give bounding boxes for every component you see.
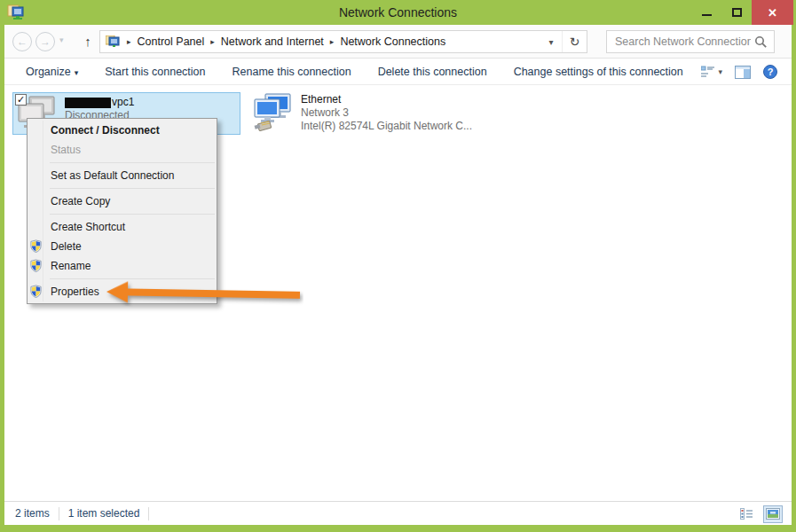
connection-network: Network 3 — [301, 106, 472, 120]
search-box — [606, 30, 775, 53]
change-settings-button[interactable]: Change settings of this connection — [514, 66, 683, 78]
breadcrumb-chevron-icon: ▸ — [324, 37, 341, 46]
titlebar: Network Connections ✕ — [0, 0, 796, 25]
change-view-button[interactable]: ▾ — [701, 66, 722, 78]
menu-item-rename[interactable]: Rename — [28, 256, 217, 276]
connection-name: Ethernet — [301, 93, 472, 106]
menu-separator — [50, 162, 215, 163]
rename-connection-button[interactable]: Rename this connection — [232, 66, 351, 78]
breadcrumb-network-connections[interactable]: Network Connections — [340, 35, 445, 48]
statusbar-divider — [59, 507, 59, 520]
delete-connection-button[interactable]: Delete this connection — [378, 66, 487, 78]
minimize-button[interactable] — [691, 0, 721, 25]
items-count: 2 items — [15, 507, 50, 520]
redacted-name-box — [65, 98, 111, 108]
chevron-down-icon: ▾ — [718, 67, 722, 76]
window-title: Network Connections — [0, 0, 796, 25]
address-bar[interactable]: ▸ Control Panel ▸ Network and Internet ▸… — [99, 30, 587, 53]
search-input[interactable] — [607, 31, 774, 52]
up-button[interactable]: ↑ — [79, 32, 97, 51]
annotation-arrow-icon — [105, 279, 303, 309]
menu-item-set-default[interactable]: Set as Default Connection — [28, 166, 217, 185]
menu-separator — [50, 188, 215, 189]
statusbar-divider — [148, 507, 149, 520]
details-view-icon — [740, 508, 753, 520]
menu-item-create-copy[interactable]: Create Copy — [28, 192, 217, 211]
network-connections-window: Network Connections ✕ ← → ▾ ↑ ▸ Control … — [0, 0, 796, 532]
connection-adapter: Intel(R) 82574L Gigabit Network C... — [301, 120, 472, 133]
selection-checkbox[interactable]: ✓ — [15, 94, 27, 106]
breadcrumb-network-and-internet[interactable]: Network and Internet — [221, 35, 324, 48]
rj45-connector — [255, 121, 272, 130]
recent-pages-caret-icon[interactable]: ▾ — [59, 35, 64, 44]
breadcrumb-chevron-icon: ▸ — [204, 37, 221, 46]
help-icon[interactable]: ? — [763, 65, 777, 79]
refresh-icon[interactable]: ↻ — [562, 31, 587, 52]
view-list-icon — [701, 66, 715, 78]
uac-shield-icon — [29, 239, 43, 253]
large-icons-view-icon — [766, 508, 780, 520]
search-icon[interactable] — [754, 35, 768, 49]
menu-separator — [50, 214, 215, 215]
chevron-down-icon: ▾ — [75, 68, 79, 77]
start-connection-button[interactable]: Start this connection — [105, 66, 205, 78]
address-dropdown-icon[interactable]: ▾ — [540, 37, 562, 47]
forward-button[interactable]: → — [35, 32, 55, 51]
large-icons-view-button[interactable] — [763, 505, 783, 523]
back-button[interactable]: ← — [12, 32, 32, 51]
command-toolbar: Organize▾ Start this connection Rename t… — [4, 59, 792, 85]
close-button[interactable]: ✕ — [752, 0, 793, 25]
address-location-icon — [106, 35, 121, 49]
preview-pane-icon[interactable] — [735, 66, 751, 79]
connection-name: vpc1 — [65, 96, 134, 109]
context-menu: Connect / Disconnect Status Set as Defau… — [27, 118, 217, 304]
status-bar: 2 items 1 item selected — [4, 501, 792, 525]
details-view-button[interactable] — [737, 505, 756, 523]
connection-tile-ethernet[interactable]: Ethernet Network 3 Intel(R) 82574L Gigab… — [251, 92, 477, 135]
menu-item-status: Status — [28, 140, 217, 160]
breadcrumb-control-panel[interactable]: Control Panel — [138, 35, 205, 48]
maximize-button[interactable] — [721, 0, 752, 25]
navigation-bar: ← → ▾ ↑ ▸ Control Panel ▸ Network and In… — [4, 25, 792, 59]
menu-item-delete[interactable]: Delete — [28, 237, 217, 256]
organize-button[interactable]: Organize▾ — [26, 66, 78, 78]
menu-item-connect-disconnect[interactable]: Connect / Disconnect — [28, 121, 217, 140]
uac-shield-icon — [29, 285, 43, 298]
breadcrumb-chevron-icon: ▸ — [121, 37, 138, 46]
ethernet-connection-icon — [251, 92, 296, 131]
selected-count: 1 item selected — [68, 507, 140, 520]
menu-item-create-shortcut[interactable]: Create Shortcut — [28, 217, 217, 237]
uac-shield-icon — [29, 259, 43, 272]
